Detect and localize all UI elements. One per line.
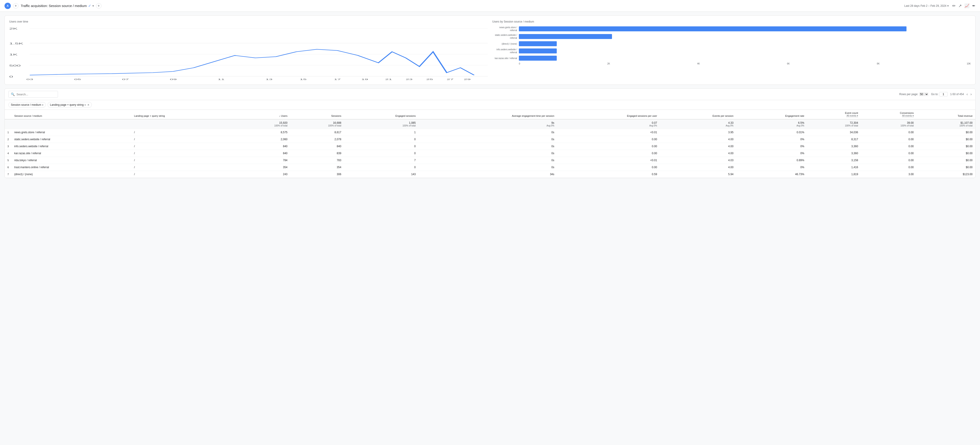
col-source[interactable]: Session source / medium: [11, 110, 131, 119]
col-engagement-rate[interactable]: Engagement rate: [736, 110, 807, 119]
bar-chart: news.grets.store / referral static.seder…: [492, 26, 971, 65]
row-engagement-rate: 0%: [736, 150, 807, 157]
row-num: 3: [5, 143, 11, 150]
table-row: 3 info.seders.website / referral / 840 8…: [5, 143, 975, 150]
col-sessions[interactable]: Sessions: [290, 110, 344, 119]
table-row: 4 kar.razas.site / referral / 840 839 0 …: [5, 150, 975, 157]
bar-fill: [519, 48, 557, 53]
bar-x-4k: 4K: [697, 62, 700, 65]
col-conversions[interactable]: Conversions All events ▾: [861, 110, 916, 119]
svg-text:11: 11: [218, 78, 224, 80]
header-left: A + Traffic acquisition: Session source …: [5, 3, 102, 9]
col-landing-label: Landing page + query string: [134, 114, 165, 117]
row-total-revenue: $0.00: [916, 157, 975, 164]
session-source-filter[interactable]: Session source / medium ▾: [8, 102, 46, 108]
remove-landing-page-filter-button[interactable]: ×: [88, 103, 89, 106]
bar-container: [519, 41, 971, 46]
add-tab-button[interactable]: +: [13, 3, 19, 9]
header: A + Traffic acquisition: Session source …: [0, 0, 980, 12]
bar-row: news.grets.store / referral: [492, 26, 971, 32]
col-engaged-sessions-per-user[interactable]: Engaged sessions per user: [557, 110, 660, 119]
search-box[interactable]: 🔍: [8, 91, 58, 98]
row-event-count: 3,158: [807, 157, 861, 164]
col-users[interactable]: ↓ Users: [236, 110, 290, 119]
col-event-count[interactable]: Event count All events ▾: [807, 110, 861, 119]
add-report-tab-button[interactable]: +: [96, 3, 102, 9]
row-event-count: 8,317: [807, 136, 861, 143]
svg-text:09: 09: [170, 78, 177, 80]
totals-users: 15,920 100% of total: [236, 119, 290, 129]
totals-row: 15,920 100% of total 16,688 100% of tota…: [5, 119, 975, 129]
row-source: trast.mantero.online / referral: [11, 164, 131, 171]
col-engaged-sessions-label: Engaged sessions: [396, 114, 416, 117]
row-events-per-session: 4.00: [660, 164, 736, 171]
row-users: 840: [236, 150, 290, 157]
row-num: 5: [5, 157, 11, 164]
col-conversions-sub[interactable]: All events ▾: [902, 114, 914, 117]
col-landing[interactable]: Landing page + query string: [132, 110, 237, 119]
prev-page-button[interactable]: ‹: [966, 92, 967, 96]
row-avg-engagement-time: 0s: [418, 129, 557, 136]
dimension-filters: Session source / medium ▾ Landing page +…: [5, 100, 975, 110]
totals-engagement-rate: 6.5% Avg 0%: [736, 119, 807, 129]
svg-text:23: 23: [406, 78, 412, 80]
title-check-icon[interactable]: ✓: [88, 3, 91, 8]
row-sessions: 306: [290, 171, 344, 178]
row-events-per-session: 5.94: [660, 171, 736, 178]
table-row: 5 rida.tokyo / referral / 784 783 7 0s <…: [5, 157, 975, 164]
go-to-input[interactable]: [939, 92, 948, 97]
table-row: 1 news.grets.store / referral / 8,575 8,…: [5, 129, 975, 136]
go-to: Go to:: [931, 92, 948, 97]
bar-x-6k: 6K: [787, 62, 790, 65]
next-page-button[interactable]: ›: [970, 92, 972, 96]
date-range-selector[interactable]: Last 28 days Feb 2 – Feb 29, 2024 ▾: [904, 4, 949, 8]
totals-engaged-sessions: 1,085 100% of total: [344, 119, 418, 129]
bar-row: (direct) / (none): [492, 41, 971, 46]
row-users: 840: [236, 143, 290, 150]
col-total-revenue[interactable]: Total revenue: [916, 110, 975, 119]
totals-engaged-sessions-per-user: 0.07 Avg 0%: [557, 119, 660, 129]
svg-text:1K: 1K: [9, 53, 18, 56]
col-events-per-session[interactable]: Events per session: [660, 110, 736, 119]
totals-event-count: 72,304 100% of total: [807, 119, 861, 129]
svg-text:03: 03: [26, 78, 33, 80]
landing-page-filter[interactable]: Landing page + query string ▾ ×: [48, 102, 92, 108]
table-body: 1 news.grets.store / referral / 8,575 8,…: [5, 129, 975, 178]
col-engaged-sessions[interactable]: Engaged sessions: [344, 110, 418, 119]
table-row: 7 (direct) / (none) / 243 306 143 34s 0.…: [5, 171, 975, 178]
row-total-revenue: $123.00: [916, 171, 975, 178]
bar-x-0: 0: [519, 62, 520, 65]
row-engaged-sessions: 0: [344, 150, 418, 157]
bar-row: static.seders.website / referral: [492, 33, 971, 40]
search-input[interactable]: [16, 93, 56, 96]
compare-icon[interactable]: 📈: [964, 3, 969, 8]
row-engaged-sessions: 143: [344, 171, 418, 178]
row-sessions: 839: [290, 150, 344, 157]
col-avg-engagement-time[interactable]: Average engagement time per session: [418, 110, 557, 119]
row-conversions: 0.00: [861, 129, 916, 136]
rows-per-page-select[interactable]: 50 100: [919, 92, 928, 96]
bar-x-8k: 8K: [877, 62, 880, 65]
go-to-label: Go to:: [931, 93, 939, 96]
row-engaged-sessions-per-user: 0.59: [557, 171, 660, 178]
edit-icon[interactable]: ✏: [952, 3, 956, 8]
row-event-count: 34,036: [807, 129, 861, 136]
share-icon[interactable]: ↗: [958, 3, 962, 8]
bar-container: [519, 26, 971, 31]
row-num: 1: [5, 129, 11, 136]
col-event-count-sub[interactable]: All events ▾: [846, 114, 858, 117]
row-event-count: 1,819: [807, 171, 861, 178]
bar-chart-title: Users by Session source / medium: [492, 20, 971, 23]
col-sessions-label: Sessions: [331, 114, 341, 117]
bar-chart-container: Users by Session source / medium news.gr…: [492, 20, 971, 80]
svg-text:19: 19: [361, 78, 368, 80]
row-conversions: 0.00: [861, 164, 916, 171]
title-dropdown-icon[interactable]: ▾: [92, 4, 94, 8]
search-icon: 🔍: [11, 92, 15, 96]
pen-icon[interactable]: ✒: [972, 3, 975, 8]
row-conversions: 0.00: [861, 157, 916, 164]
svg-text:1.5K: 1.5K: [9, 42, 23, 45]
svg-text:29: 29: [464, 78, 471, 80]
col-events-per-session-label: Events per session: [713, 114, 733, 117]
landing-page-filter-dropdown-icon: ▾: [84, 104, 86, 106]
